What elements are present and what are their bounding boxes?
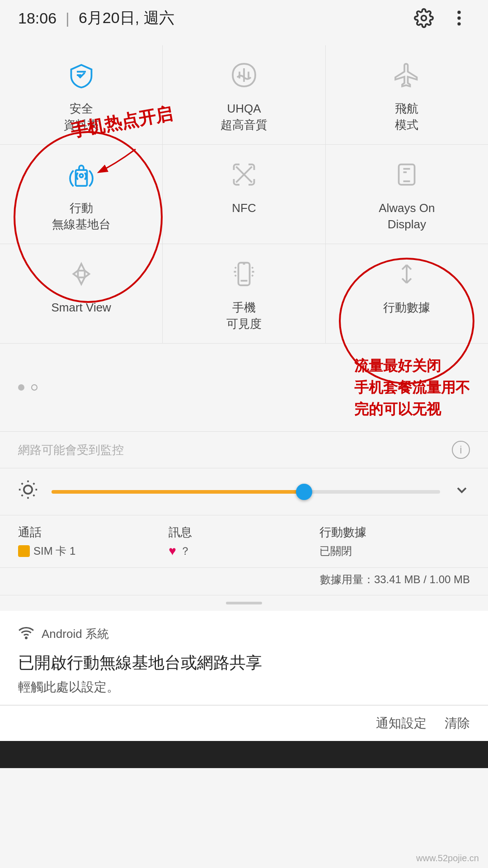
more-icon[interactable]: [448, 7, 470, 29]
svg-point-5: [80, 174, 83, 178]
pagination-dot-1: [18, 384, 24, 391]
watermark: www.52pojie.cn: [416, 853, 479, 863]
notification-card[interactable]: Android 系統 已開啟行動無線基地台或網路共享 輕觸此處以設定。: [0, 611, 488, 705]
qs-always-on-display[interactable]: Always OnDisplay: [326, 145, 488, 244]
brightness-expand-icon[interactable]: [454, 482, 470, 502]
bottom-nav-bar: [0, 741, 488, 768]
always-on-display-icon: [390, 158, 423, 191]
wifi-icon: [18, 624, 34, 644]
svg-point-21: [26, 637, 27, 639]
sim-heart-icon: ♥: [169, 544, 176, 558]
svg-point-3: [457, 22, 460, 25]
annotation-data-text: 流量最好关闭手机套餐流量用不完的可以无视: [354, 355, 470, 420]
qs-mobile-data[interactable]: 行動數據: [326, 244, 488, 344]
network-notice: 網路可能會受到監控 i: [0, 432, 488, 468]
time: 18:06: [18, 9, 56, 27]
qs-phone-visibility[interactable]: 手機可見度: [163, 244, 325, 344]
info-symbol: i: [460, 443, 462, 456]
sim-message-value: ♥ ？: [169, 544, 319, 558]
brightness-slider[interactable]: [52, 490, 440, 494]
notif-dismiss-button[interactable]: 清除: [445, 715, 470, 732]
drag-handle[interactable]: [0, 595, 488, 611]
pagination-row: 流量最好关闭手机套餐流量用不完的可以无视: [0, 344, 488, 432]
qs-uhqa-label: UHQA超高音質: [221, 100, 267, 133]
qs-airplane[interactable]: 飛航模式: [326, 45, 488, 145]
handle-bar: [226, 602, 262, 604]
pagination-dot-2: [31, 384, 38, 391]
date: 6月20日, 週六: [79, 8, 174, 28]
sim-message-text: ？: [180, 544, 191, 558]
sim-row: 通話 SIM 卡 1 訊息 ♥ ？ 行動數據 已關閉: [0, 515, 488, 568]
qs-secure-folder[interactable]: 安全資料夾: [0, 45, 163, 145]
sim-call-value: SIM 卡 1: [18, 544, 169, 558]
qs-hotspot[interactable]: 行動無線基地台: [0, 145, 163, 244]
data-usage-row: 數據用量：33.41 MB / 1.00 MB: [0, 568, 488, 595]
secure-folder-icon: [65, 59, 98, 91]
status-time-date: 18:06 | 6月20日, 週六: [18, 8, 174, 28]
divider: |: [66, 9, 70, 27]
brightness-row: [0, 468, 488, 515]
qs-nfc[interactable]: NFC: [163, 145, 325, 244]
sim-call-text: SIM 卡 1: [33, 544, 75, 558]
settings-icon[interactable]: [413, 7, 435, 29]
notif-settings-button[interactable]: 通知設定: [376, 715, 427, 732]
notif-app-label: Android 系統: [42, 626, 109, 642]
sim-message-label: 訊息: [169, 524, 319, 540]
notif-title: 已開啟行動無線基地台或網路共享: [18, 652, 470, 674]
sim-mobiledata-text: 已關閉: [319, 544, 352, 558]
notif-header: Android 系統: [18, 624, 470, 644]
sim-mobiledata-col: 行動數據 已關閉: [319, 524, 470, 558]
qs-always-on-display-label: Always OnDisplay: [379, 200, 435, 233]
svg-point-1: [457, 11, 460, 14]
status-icons: [413, 7, 470, 29]
qs-hotspot-label: 行動無線基地台: [52, 200, 111, 233]
qs-smart-view-label: Smart View: [51, 299, 111, 316]
qs-row-2: 行動無線基地台 NFC Always OnDisplay: [0, 145, 488, 244]
sim-badge-icon: [18, 545, 30, 557]
notif-body: 輕觸此處以設定。: [18, 679, 470, 696]
sim-mobiledata-label: 行動數據: [319, 524, 470, 540]
qs-smart-view[interactable]: Smart View: [0, 244, 163, 344]
phone-visibility-icon: [228, 258, 260, 290]
svg-point-12: [24, 486, 32, 494]
qs-uhqa[interactable]: UHQA超高音質: [163, 45, 325, 145]
mobile-data-icon: [390, 258, 423, 290]
status-bar: 18:06 | 6月20日, 週六: [0, 0, 488, 36]
svg-line-19: [22, 495, 23, 496]
info-icon[interactable]: i: [452, 441, 470, 459]
qs-nfc-label: NFC: [232, 200, 256, 216]
data-usage-text: 數據用量：33.41 MB / 1.00 MB: [320, 572, 470, 587]
smart-view-icon: [65, 258, 98, 290]
sim-message-col: 訊息 ♥ ？: [169, 524, 319, 558]
svg-rect-10: [238, 263, 249, 285]
qs-airplane-label: 飛航模式: [395, 100, 418, 133]
qs-row-1: 安全資料夾 UHQA超高音質 飛航模式: [0, 45, 488, 145]
hotspot-icon: [65, 158, 98, 191]
sim-call-label: 通話: [18, 524, 169, 540]
nfc-icon: [228, 158, 260, 191]
qs-secure-folder-label: 安全資料夾: [64, 100, 99, 133]
notification-footer: 通知設定 清除: [0, 705, 488, 741]
qs-phone-visibility-label: 手機可見度: [226, 299, 262, 332]
airplane-icon: [390, 59, 423, 91]
brightness-thumb[interactable]: [296, 484, 312, 500]
svg-point-2: [457, 16, 460, 19]
svg-line-20: [33, 483, 35, 485]
svg-line-15: [22, 483, 23, 485]
uhqa-icon: [228, 59, 260, 91]
qs-mobile-data-label: 行動數據: [383, 299, 430, 316]
network-notice-text: 網路可能會受到監控: [18, 442, 124, 458]
sim-mobiledata-value: 已關閉: [319, 544, 470, 558]
brightness-icon: [18, 480, 38, 504]
svg-point-0: [422, 16, 427, 21]
quick-settings-panel: 安全資料夾 UHQA超高音質 飛航模式: [0, 36, 488, 344]
qs-row-3: Smart View 手機可見度: [0, 244, 488, 344]
sim-call-col: 通話 SIM 卡 1: [18, 524, 169, 558]
svg-line-16: [33, 495, 35, 496]
